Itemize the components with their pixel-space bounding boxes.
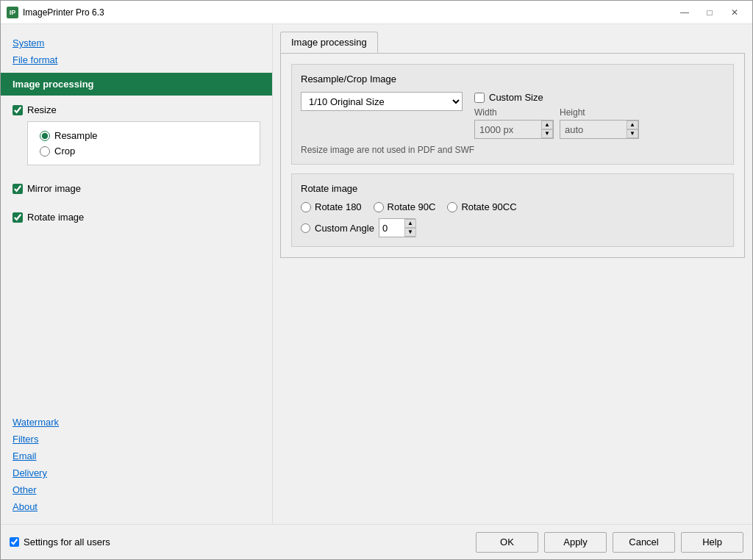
rotate-section-title: Rotate image (301, 183, 724, 194)
rotate-90cc-label: Rotate 90CC (461, 201, 516, 212)
dropdown-row: 1/10 Original Size 1/4 Original Size 1/2… (301, 92, 463, 111)
rotate-90c-label: Rotate 90C (388, 201, 436, 212)
width-input[interactable] (475, 121, 541, 138)
cancel-button[interactable]: Cancel (613, 532, 675, 553)
resize-radio-group: Resample Crop (27, 121, 260, 165)
maximize-button[interactable]: □ (698, 5, 721, 20)
sidebar-item-watermark[interactable]: Watermark (1, 414, 272, 431)
rotate-checkbox-section: Rotate image (1, 203, 272, 231)
height-down-button[interactable]: ▼ (627, 129, 638, 138)
sidebar-item-email[interactable]: Email (1, 448, 272, 464)
tab-bar: Image processing (280, 32, 745, 53)
tab-image-processing[interactable]: Image processing (280, 32, 378, 53)
resample-radio-row: Resample (40, 128, 248, 143)
rotate-90c-item: Rotate 90C (374, 201, 436, 212)
window-title: ImagePrinter Pro 6.3 (23, 7, 673, 18)
angle-up-button[interactable]: ▲ (404, 219, 416, 228)
ok-button[interactable]: OK (476, 532, 538, 553)
rotate-section-box: Rotate image Rotate 180 Rotate 90C (291, 173, 734, 247)
sidebar-item-other[interactable]: Other (1, 481, 272, 498)
settings-all-users-checkbox[interactable] (10, 537, 19, 547)
close-button[interactable]: ✕ (723, 5, 746, 20)
size-dropdown[interactable]: 1/10 Original Size 1/4 Original Size 1/2… (301, 92, 463, 111)
sidebar: System File format Image processing Resi… (1, 24, 273, 524)
window-controls: — □ ✕ (673, 5, 746, 20)
custom-size-checkbox[interactable] (474, 93, 485, 103)
angle-input-wrap: ▲ ▼ (379, 218, 415, 237)
content-area: System File format Image processing Resi… (1, 24, 752, 524)
custom-angle-radio[interactable] (301, 223, 310, 233)
resize-checkbox-row: Resize (13, 101, 260, 118)
wh-row: Width ▲ ▼ (474, 107, 639, 139)
sidebar-item-about[interactable]: About (1, 498, 272, 515)
rotate-options: Rotate 180 Rotate 90C Rotate 90CC (301, 201, 724, 237)
rotate-180-label: Rotate 180 (315, 201, 362, 212)
bottom-right: OK Apply Cancel Help (476, 532, 743, 553)
resize-note: Resize image are not used in PDF and SWF (301, 145, 724, 155)
sidebar-item-delivery[interactable]: Delivery (1, 464, 272, 481)
height-up-button[interactable]: ▲ (627, 121, 638, 129)
mirror-checkbox-row: Mirror image (13, 180, 260, 197)
resize-section: Resize Resample Crop (1, 96, 272, 174)
main-window: IP ImagePrinter Pro 6.3 — □ ✕ System Fil… (0, 0, 753, 560)
height-input-row: ▲ ▼ (560, 120, 639, 139)
crop-label: Crop (54, 146, 75, 157)
width-col: Width ▲ ▼ (474, 107, 554, 139)
angle-down-button[interactable]: ▼ (404, 228, 416, 237)
width-label: Width (474, 107, 554, 118)
width-spinner: ▲ ▼ (541, 121, 553, 138)
mirror-section: Mirror image (1, 174, 272, 203)
left-col: 1/10 Original Size 1/4 Original Size 1/2… (301, 92, 463, 111)
bottom-left: Settings for all users (10, 536, 476, 548)
width-down-button[interactable]: ▼ (541, 129, 553, 138)
resize-label: Resize (27, 104, 57, 115)
crop-radio-row: Crop (40, 143, 248, 159)
rotate-image-checkbox[interactable] (13, 212, 23, 223)
apply-button[interactable]: Apply (544, 532, 607, 553)
right-col: Custom Size Width ▲ ▼ (474, 92, 639, 139)
crop-radio[interactable] (40, 146, 50, 157)
sidebar-item-filters[interactable]: Filters (1, 431, 272, 448)
rotate-main-row: Rotate 180 Rotate 90C Rotate 90CC (301, 201, 724, 212)
height-spinner: ▲ ▼ (627, 121, 638, 138)
sidebar-item-system[interactable]: System (1, 35, 272, 51)
sidebar-item-file-format[interactable]: File format (1, 51, 272, 68)
rotate-180-radio[interactable] (301, 202, 311, 212)
width-up-button[interactable]: ▲ (541, 121, 553, 129)
rotate-90cc-item: Rotate 90CC (447, 201, 516, 212)
settings-all-users-label: Settings for all users (24, 536, 110, 548)
width-input-row: ▲ ▼ (474, 120, 554, 139)
mirror-checkbox[interactable] (13, 184, 23, 194)
angle-spinner: ▲ ▼ (404, 219, 416, 237)
angle-input[interactable] (379, 220, 404, 236)
mirror-label: Mirror image (27, 183, 81, 194)
custom-angle-label: Custom Angle (315, 223, 374, 234)
app-icon: IP (7, 7, 18, 18)
rotate-90cc-radio[interactable] (447, 202, 457, 212)
rotate-90c-radio[interactable] (374, 202, 384, 212)
resample-section-title: Resample/Crop Image (301, 73, 724, 85)
bottom-bar: Settings for all users OK Apply Cancel H… (1, 524, 752, 559)
resample-label: Resample (54, 130, 98, 141)
sidebar-bottom: Watermark Filters Email Delivery Other A… (1, 411, 272, 518)
rotate-checkbox-row: Rotate image (13, 209, 260, 226)
main-area: Image processing Resample/Crop Image 1/1… (273, 24, 752, 524)
rotate-180-item: Rotate 180 (301, 201, 362, 212)
height-label: Height (560, 107, 639, 118)
title-bar: IP ImagePrinter Pro 6.3 — □ ✕ (1, 1, 752, 24)
custom-size-label: Custom Size (489, 92, 543, 103)
rotate-image-label: Rotate image (27, 212, 84, 223)
custom-size-row: Custom Size (474, 92, 639, 103)
resize-checkbox[interactable] (13, 105, 23, 115)
height-col: Height ▲ ▼ (560, 107, 639, 139)
sidebar-item-image-processing[interactable]: Image processing (1, 73, 272, 96)
resample-radio[interactable] (40, 131, 50, 141)
resample-section-box: Resample/Crop Image 1/10 Original Size 1… (291, 64, 734, 165)
height-input[interactable] (560, 121, 627, 138)
help-button[interactable]: Help (681, 532, 743, 553)
custom-angle-row: Custom Angle ▲ ▼ (301, 218, 724, 237)
minimize-button[interactable]: — (673, 5, 696, 20)
tab-content: Resample/Crop Image 1/10 Original Size 1… (280, 53, 745, 258)
resample-row: 1/10 Original Size 1/4 Original Size 1/2… (301, 92, 724, 139)
